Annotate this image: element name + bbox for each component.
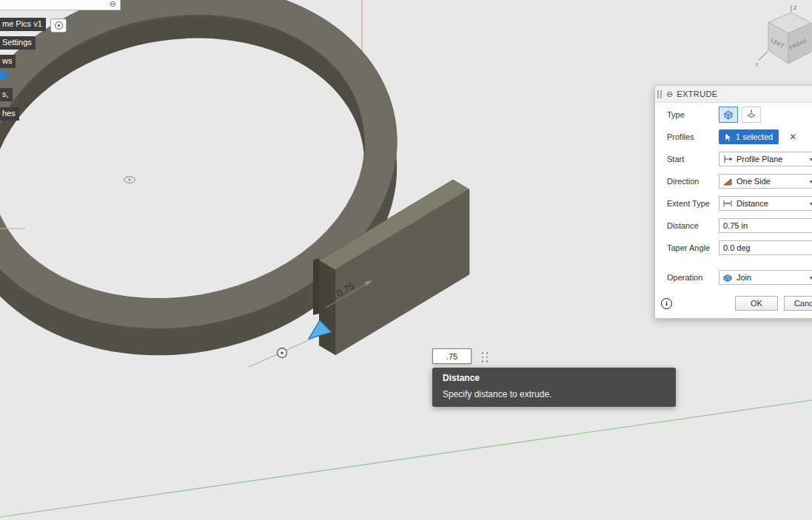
dimension-drag-grip[interactable] (480, 351, 489, 363)
browser-item-named-views[interactable]: ws (0, 55, 16, 68)
start-label: Start (667, 155, 719, 163)
browser-panel-titlebar: ⊖ (0, 0, 121, 10)
profiles-row: Profiles 1 selected ✕ (667, 129, 812, 145)
direction-select[interactable]: One Side ▾ (719, 174, 812, 189)
command-tooltip: Distance Specify distance to extrude. (432, 368, 676, 407)
operation-value: Join (736, 273, 810, 282)
tab-left-face[interactable] (319, 260, 335, 355)
dialog-collapse-icon[interactable]: ⊖ (666, 90, 673, 99)
distance-row: Distance (667, 217, 812, 234)
operation-select[interactable]: Join ▾ (719, 270, 812, 285)
y-axis-tick (759, 52, 768, 60)
operation-row: Operation Join ▾ (667, 269, 812, 286)
direction-row: Direction One Side ▾ (667, 173, 812, 189)
operation-label: Operation (667, 273, 719, 282)
cancel-button[interactable]: Cancel (784, 296, 812, 311)
start-select[interactable]: Profile Plane ▾ (719, 152, 812, 166)
radio-icon (55, 21, 63, 30)
dimension-input[interactable] (432, 348, 472, 364)
profiles-selected-count: 1 selected (736, 132, 773, 141)
dialog-drag-grip[interactable] (657, 90, 662, 98)
origin-marker-dot (129, 179, 131, 181)
z-axis-label: Z (793, 5, 797, 10)
join-operation-icon (722, 272, 733, 283)
distance-label: Distance (667, 221, 719, 230)
type-row: Type (667, 107, 812, 123)
direction-label: Direction (667, 177, 719, 186)
y-axis-label: Y (755, 62, 759, 67)
profiles-label: Profiles (667, 132, 719, 141)
extent-type-select[interactable]: Distance ▾ (719, 196, 812, 211)
ring-slot-cut[interactable] (313, 258, 319, 315)
fusion-viewport: 0.75 LEFT FRONT Z Y ⊖ me Pics v1 Setting… (0, 0, 812, 520)
extrude-thin-type-button[interactable] (742, 107, 761, 123)
distance-extent-icon (722, 198, 733, 209)
extent-type-row: Extent Type Distance ▾ (667, 195, 812, 212)
one-side-icon (722, 176, 733, 186)
browser-item-sketches[interactable]: hes (0, 107, 19, 121)
start-value: Profile Plane (736, 155, 810, 163)
cursor-select-icon (725, 132, 732, 142)
dialog-title: EXTRUDE (677, 90, 717, 98)
extrude-solid-icon (722, 109, 734, 121)
clear-selection-icon[interactable]: ✕ (789, 132, 796, 142)
type-label: Type (667, 110, 719, 119)
info-icon[interactable]: i (661, 298, 672, 309)
ok-button[interactable]: OK (735, 296, 778, 311)
distance-input[interactable] (719, 218, 812, 233)
extent-type-value: Distance (736, 199, 810, 208)
extrude-dialog: ⊖ EXTRUDE Type (654, 85, 812, 319)
extrude-solid-type-button[interactable] (719, 107, 738, 123)
direction-value: One Side (736, 177, 810, 186)
viewcube[interactable]: LEFT FRONT Z Y (755, 5, 811, 67)
start-row: Start Profile Plane ▾ (667, 151, 812, 167)
profiles-selected-button[interactable]: 1 selected (719, 129, 779, 144)
tooltip-body: Specify distance to extrude. (443, 389, 665, 399)
browser-item-settings[interactable]: Settings (0, 36, 36, 50)
taper-angle-input[interactable] (719, 240, 812, 255)
extent-type-label: Extent Type (667, 199, 719, 208)
taper-angle-label: Taper Angle (667, 243, 719, 252)
taper-angle-row: Taper Angle (667, 240, 812, 256)
ring-model (0, 0, 469, 389)
angle-handle-dot (281, 351, 283, 354)
browser-visibility-icon[interactable] (0, 70, 7, 80)
dialog-footer: i OK Cancel (661, 296, 812, 311)
panel-collapse-icon[interactable]: ⊖ (110, 0, 116, 9)
dimension-input-box (432, 348, 472, 364)
extrude-thin-icon (745, 109, 757, 121)
profile-plane-icon (722, 154, 733, 164)
component-activate-radio[interactable] (50, 18, 67, 33)
green-axis-line (0, 400, 812, 517)
tooltip-title: Distance (443, 373, 665, 383)
browser-item-bodies[interactable]: s, (0, 88, 13, 101)
browser-item-document-name[interactable]: me Pics v1 (0, 18, 46, 31)
extrude-dialog-header[interactable]: ⊖ EXTRUDE (655, 86, 812, 103)
